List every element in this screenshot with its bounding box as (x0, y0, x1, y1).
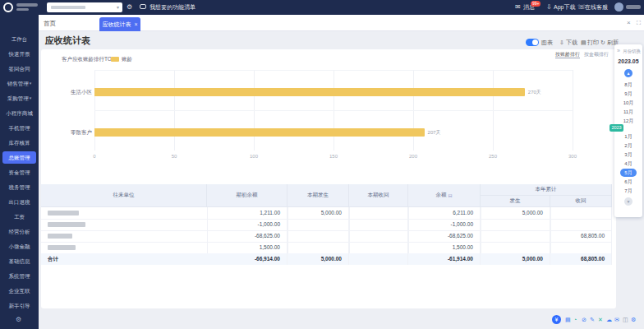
sidebar-gear-icon[interactable]: ⚙ (16, 316, 21, 323)
mail-icon[interactable]: ✉ (614, 316, 619, 323)
global-search-input[interactable]: ▾ (47, 2, 122, 12)
month-item-3月[interactable]: 3月 (614, 151, 642, 159)
row-name-redacted (48, 222, 85, 227)
sidebar-item-2[interactable]: 快速开票 (2, 48, 36, 60)
sidebar-item-14[interactable]: 经营分析 (2, 225, 36, 238)
close-icon[interactable]: ✕ (598, 316, 603, 323)
gear-icon[interactable]: ⚙ (126, 4, 132, 11)
month-item-9月[interactable]: 9月 (614, 90, 642, 98)
month-item-8月[interactable]: 8月 (614, 81, 642, 89)
cloud-icon[interactable]: ☁ (606, 316, 612, 323)
tab-home[interactable]: 首页 (44, 20, 56, 27)
support-link[interactable]: 在线客服 (585, 4, 608, 11)
sub-header-ytd-incr[interactable]: 发生 (481, 196, 550, 207)
sidebar-item-10[interactable]: 资金管理 (2, 166, 36, 178)
print-button[interactable]: 打印 (587, 39, 599, 46)
fullscreen-icon[interactable]: ⛶ (637, 20, 641, 26)
download-icon: ⇩ (559, 39, 564, 46)
chart-toggle[interactable] (526, 39, 539, 46)
sidebar-item-13[interactable]: 工资 (2, 211, 36, 223)
cell-ytd_recv (550, 219, 612, 230)
refresh-icon: ↻ (600, 39, 605, 46)
sidebar-item-7[interactable]: 手机管理 (2, 122, 36, 134)
sidebar-item-17[interactable]: 系统管理 (2, 270, 36, 282)
cell-ytd_incr (481, 219, 550, 230)
sidebar-item-6[interactable]: 小程序商城 (2, 107, 36, 119)
scroll-down-icon[interactable]: ▼ (624, 197, 632, 206)
col-header[interactable]: 本期收回 (349, 184, 408, 207)
scroll-up-icon[interactable]: ▲ (624, 69, 632, 77)
total-balance: -61,914.00 (408, 253, 481, 265)
feature-hint-link[interactable]: 我想要的功能清单 (150, 4, 196, 11)
col-header[interactable]: 往来单位 (41, 184, 207, 207)
x-tick-label: 100 (246, 153, 262, 160)
sidebar-nav: 工作台快速开票签回合同销售管理▾采购管理▾小程序商城手机管理库存核算总账管理资金… (0, 15, 39, 329)
cell-period_recv (349, 242, 408, 253)
sidebar-item-8[interactable]: 库存核算 (2, 137, 36, 149)
window-icon[interactable]: ◫ (623, 316, 628, 323)
cell-balance: -68,625.00 (408, 230, 481, 242)
month-item-2月[interactable]: 2月 (614, 141, 642, 150)
sidebar-item-9[interactable]: 总账管理 (2, 151, 36, 164)
sidebar-item-11[interactable]: 税务管理 (2, 181, 36, 193)
cell-opening: 1,500.00 (207, 242, 288, 253)
app-download-icon: ⇩ (546, 4, 552, 11)
legend-label[interactable]: 账龄 (122, 55, 132, 63)
total-opening: -66,914.00 (207, 253, 288, 265)
sidebar-item-3[interactable]: 签回合同 (2, 63, 36, 75)
sidebar-item-12[interactable]: 出口退税 (2, 196, 36, 208)
row-name-redacted (48, 234, 72, 239)
sidebar-item-1[interactable]: 工作台 (2, 33, 36, 45)
cell-balance: 6,211.00 (408, 207, 481, 219)
app-download-link[interactable]: App下载 (554, 4, 575, 11)
col-header[interactable]: 期初余额 (207, 184, 288, 207)
chart-toggle-label: 图表 (541, 39, 553, 46)
month-item-5月[interactable]: 5月 (620, 169, 637, 177)
edit-icon[interactable]: ✎ (590, 316, 595, 323)
sidebar-item-15[interactable]: 小微金融 (2, 240, 36, 253)
bar-2[interactable] (94, 128, 425, 137)
bar-1[interactable] (94, 88, 525, 96)
col-header-balance[interactable]: 余额⊟ (408, 184, 481, 207)
legend-swatch (111, 57, 119, 62)
bar-value-label: 270天 (528, 88, 541, 96)
cell-ytd_recv (550, 207, 612, 219)
invoice-icon[interactable]: ▤ (565, 316, 571, 323)
close-all-icon[interactable]: × (627, 19, 631, 26)
month-item-1月[interactable]: 1月 (614, 132, 642, 141)
rank-link-amount[interactable]: 按金额排行 (584, 51, 609, 58)
x-tick-label: 200 (405, 153, 421, 160)
sidebar-item-5[interactable]: 采购管理▾ (2, 92, 36, 104)
app-edition-redacted (16, 8, 29, 11)
month-item-6月[interactable]: 6月 (614, 178, 642, 186)
currency-yuan-icon[interactable]: ¥ (552, 315, 561, 324)
month-item-7月[interactable]: 7月 (614, 187, 642, 195)
calendar-filter-icon[interactable]: ⊟ (448, 192, 452, 198)
group-header-ytd: 本年累计 (481, 184, 612, 196)
close-tab-icon[interactable]: × (134, 21, 137, 27)
top-bar: ▾ ⚙ 我想要的功能清单 ✉ 消息 99+ ⇩ App下载 ☏ 在线客服 (0, 0, 644, 15)
month-item-11月[interactable]: 11月 (614, 108, 642, 116)
gear-icon[interactable]: ⚙ (631, 316, 636, 323)
message-icon[interactable]: ✉ (515, 4, 521, 11)
tab-active[interactable]: 应收统计表 × (99, 17, 140, 31)
download-button[interactable]: 下载 (566, 39, 577, 46)
prohibit-icon[interactable]: ⊘ (582, 316, 586, 323)
sidebar-item-16[interactable]: 基础信息 (2, 255, 36, 267)
page-title: 应收统计表 (45, 35, 90, 46)
avatar[interactable] (614, 2, 623, 12)
percent-icon[interactable]: ◔ (573, 316, 577, 323)
speech-bubble-icon (140, 4, 146, 9)
total-period_recv (349, 253, 408, 265)
sidebar-item-18[interactable]: 企业互联 (2, 285, 36, 297)
message-count-badge: 99+ (531, 1, 540, 7)
rank-link-aging[interactable]: 按账龄排行 (555, 51, 580, 58)
sidebar-item-4[interactable]: 销售管理▾ (2, 77, 36, 90)
sub-header-ytd-recv[interactable]: 收回 (550, 196, 612, 207)
month-item-10月[interactable]: 10月 (614, 99, 642, 107)
collapse-panel-icon[interactable]: » (617, 48, 620, 54)
cell-opening: -1,000.00 (207, 219, 288, 230)
month-item-4月[interactable]: 4月 (614, 160, 642, 168)
col-header[interactable]: 本期发生 (288, 184, 349, 207)
sidebar-item-19[interactable]: 新手引导 (2, 299, 36, 312)
